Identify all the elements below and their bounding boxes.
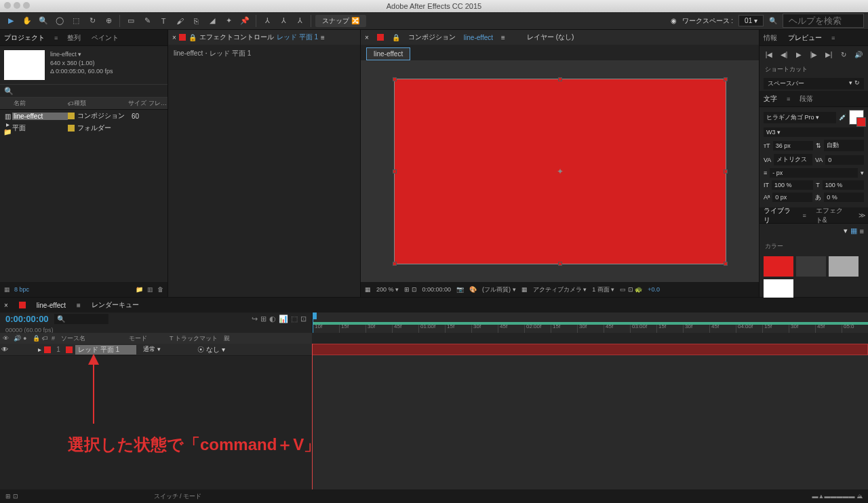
interpret-icon[interactable]: ▦ [4, 286, 10, 293]
workspace-selector[interactable]: 01 ▾ [738, 15, 764, 26]
shy-icon[interactable]: ↪ [252, 315, 258, 323]
timeline-layer-row[interactable]: 👁 ▸ 1 レッド 平面 1 通常 ▾ ☉ なし ▾ [0, 344, 312, 356]
hand-tool-icon[interactable]: ✋ [20, 14, 34, 28]
anchor-tool-icon[interactable]: ⊕ [102, 14, 115, 28]
next-frame-icon[interactable]: |▶ [808, 49, 819, 60]
motion-sketch-icon[interactable]: ◉ [671, 17, 677, 24]
tab-paragraph[interactable]: 段落 [798, 92, 814, 106]
vscale-field[interactable]: 100 % [772, 180, 813, 190]
view-axis-icon[interactable]: ⅄ [293, 14, 307, 28]
layer-name[interactable]: レッド 平面 1 [75, 345, 136, 355]
grid-view-icon[interactable]: ▦ [850, 226, 857, 235]
baseline-field[interactable]: 0 px [772, 193, 812, 202]
swatch[interactable] [796, 256, 826, 277]
composition-viewer[interactable]: ✦ [361, 60, 759, 282]
first-frame-icon[interactable]: |◀ [764, 49, 774, 60]
lock-icon[interactable]: 🔒 [189, 34, 197, 41]
font-weight-dropdown[interactable]: W3 ▾ [764, 127, 864, 137]
project-search-input[interactable] [14, 87, 163, 95]
close-icon[interactable]: × [4, 302, 8, 309]
pen-tool-icon[interactable]: ✎ [140, 14, 154, 28]
view-dropdown[interactable]: 1 画面 ▾ [592, 285, 614, 294]
loop-icon[interactable]: ↻ [838, 49, 849, 60]
swatch[interactable] [764, 256, 793, 277]
project-item-comp[interactable]: ▥ line-effect コンポジション 60 [0, 110, 167, 122]
tab-effects[interactable]: エフェクト& [814, 203, 850, 228]
tab-preview[interactable]: プレビュー [787, 31, 823, 45]
tracking-field[interactable]: 0 [825, 155, 864, 165]
tsume-field[interactable]: 0 % [824, 193, 864, 202]
fill-stroke-swatch[interactable] [849, 110, 864, 125]
puppet-tool-icon[interactable]: 📌 [238, 14, 252, 28]
close-icon[interactable]: × [365, 34, 369, 41]
grid-icon[interactable]: ▦ [521, 286, 528, 293]
visibility-toggle[interactable]: 👁 [0, 346, 9, 353]
active-comp-tab[interactable]: line-effect [366, 47, 410, 60]
tab-info[interactable]: 情報 [762, 31, 778, 45]
time-ruler[interactable]: 10f15f30f45f01:00f15f30f45f02:00f15f30f4… [313, 313, 868, 333]
play-icon[interactable]: ▶ [793, 49, 804, 60]
zoom-slider[interactable]: ▬▲▬▬▬▬▬ ⛰ [812, 493, 863, 500]
help-search-input[interactable] [783, 14, 864, 28]
timeline-tracks[interactable] [312, 344, 868, 489]
tab-layer[interactable]: レイヤー (なし) [527, 33, 574, 42]
clone-tool-icon[interactable]: ⎘ [189, 14, 203, 28]
tab-character[interactable]: 文字 [762, 92, 778, 106]
trash-icon[interactable]: 🗑 [157, 286, 163, 293]
camera-tool-icon[interactable]: ⬚ [69, 14, 83, 28]
prev-frame-icon[interactable]: ◀| [778, 49, 789, 60]
playhead[interactable] [313, 313, 313, 333]
lock-icon[interactable]: 🔒 [392, 34, 400, 41]
roto-tool-icon[interactable]: ✦ [222, 14, 235, 28]
bpc-toggle[interactable]: 8 bpc [14, 286, 29, 293]
draft3d-icon[interactable]: ⬚ [291, 315, 298, 323]
new-comp-icon[interactable]: ▥ [147, 286, 153, 293]
time-display[interactable]: 0:00:00:00 [422, 286, 452, 293]
selection-tool-icon[interactable]: ▶ [4, 14, 18, 28]
anchor-point-icon[interactable]: ✦ [557, 167, 564, 176]
tab-project[interactable]: プロジェクト [3, 31, 46, 45]
kerning-field[interactable]: メトリクス [774, 154, 812, 165]
frame-blend-icon[interactable]: ⊞ [260, 315, 267, 323]
rectangle-tool-icon[interactable]: ▭ [124, 14, 138, 28]
font-size-field[interactable]: 36 px [773, 141, 813, 150]
expand-icon[interactable]: ▸ [38, 346, 41, 353]
tab-timeline-comp[interactable]: line-effect [37, 302, 66, 309]
switch-icon[interactable]: ⊡ [300, 315, 307, 323]
tab-align[interactable]: 整列 [66, 31, 82, 45]
mute-icon[interactable]: 🔊 [853, 49, 864, 60]
zoom-dropdown[interactable]: 200 % ▾ [376, 286, 399, 293]
swatch[interactable] [829, 256, 859, 277]
rotation-tool-icon[interactable]: ↻ [85, 14, 99, 28]
local-axis-icon[interactable]: ⅄ [260, 14, 274, 28]
resolution-icon[interactable]: ⊞ ⊡ [404, 286, 417, 293]
label-color[interactable] [44, 346, 51, 353]
graph-icon[interactable]: 📊 [279, 315, 288, 323]
snapshot-icon[interactable]: 📷 [456, 286, 464, 293]
new-folder-icon[interactable]: 📁 [136, 286, 143, 293]
comp-name-link[interactable]: line-effect [464, 34, 493, 41]
traffic-lights[interactable] [4, 2, 30, 9]
current-time[interactable]: 0:00:00:00 [5, 314, 49, 324]
list-view-icon[interactable]: ≡ [860, 227, 864, 235]
eyedropper-icon[interactable]: 💉 [839, 114, 846, 121]
stroke-width-field[interactable]: - px [770, 168, 858, 178]
camera-dropdown[interactable]: アクティブカメラ ▾ [533, 285, 587, 294]
orbit-tool-icon[interactable]: ◯ [53, 14, 66, 28]
tab-paint[interactable]: ペイント [90, 31, 120, 45]
motion-blur-icon[interactable]: ◐ [269, 315, 276, 323]
alpha-icon[interactable]: ▦ [365, 286, 371, 293]
project-item-folder[interactable]: ▸ 📁 平面 フォルダー [0, 122, 167, 134]
pixel-aspect-icon[interactable]: ▭ ⊡ 🐢 [620, 286, 642, 293]
layer-bounds[interactable]: ✦ [394, 79, 726, 264]
hscale-field[interactable]: 100 % [823, 180, 864, 190]
exposure-value[interactable]: +0.0 [648, 286, 660, 293]
close-icon[interactable]: × [172, 34, 176, 41]
toggle-switches-icon[interactable]: ⊞ ⊡ [5, 493, 18, 500]
eraser-tool-icon[interactable]: ◢ [205, 14, 219, 28]
world-axis-icon[interactable]: ⅄ [277, 14, 290, 28]
snap-toggle[interactable]: スナップ 🔀 [315, 15, 366, 27]
trkmat-dropdown[interactable]: ☉ なし ▾ [197, 345, 225, 355]
switch-mode-toggle[interactable]: スイッチ / モード [154, 492, 202, 501]
leading-field[interactable]: 自動 [824, 140, 864, 151]
